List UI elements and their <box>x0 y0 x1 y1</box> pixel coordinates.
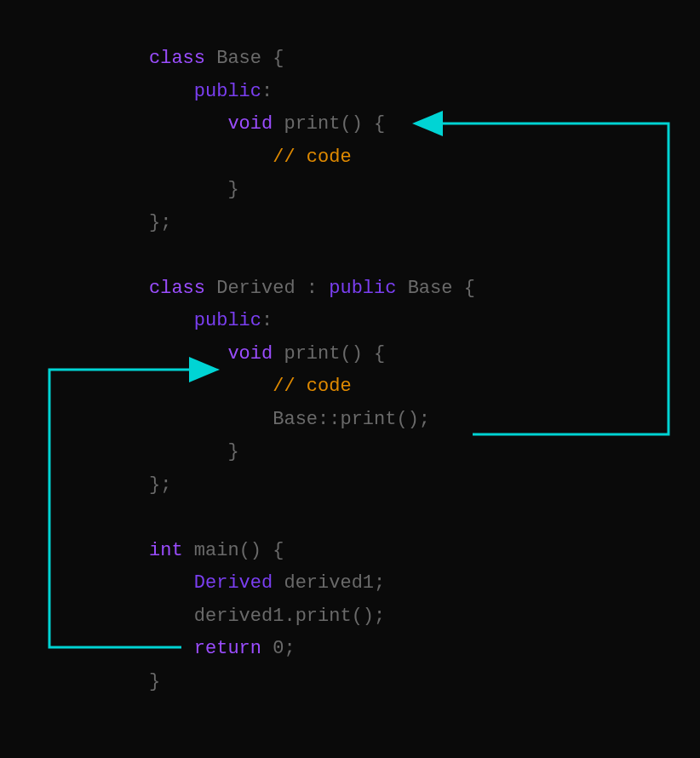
line-base-comment: // code <box>149 141 700 175</box>
line-derived-public: public: <box>149 305 700 338</box>
line-base-close-fn: } <box>149 174 700 207</box>
line-derived-close-fn: } <box>149 436 700 469</box>
line-derived-var: Derived derived1; <box>149 567 700 600</box>
line-base-public: public: <box>149 76 700 109</box>
blank-2 <box>149 502 700 535</box>
line-base-close-class: }; <box>149 207 700 240</box>
line-class-derived: class Derived : public Base { <box>149 273 700 306</box>
line-derived-print-call: derived1.print(); <box>149 600 700 634</box>
blank-1 <box>149 239 700 273</box>
line-class-base: class Base { <box>149 43 700 76</box>
line-base-print-def: void print() { <box>149 108 700 141</box>
code-block: class Base { public: void print() { // c… <box>149 43 700 698</box>
line-derived-print-def: void print() { <box>149 338 700 371</box>
line-derived-comment: // code <box>149 370 700 404</box>
line-main-close: } <box>149 666 700 699</box>
line-derived-close-class: }; <box>149 469 700 502</box>
line-return: return 0; <box>149 633 700 666</box>
line-base-print-call: Base::print(); <box>149 404 700 437</box>
line-main-def: int main() { <box>149 535 700 568</box>
